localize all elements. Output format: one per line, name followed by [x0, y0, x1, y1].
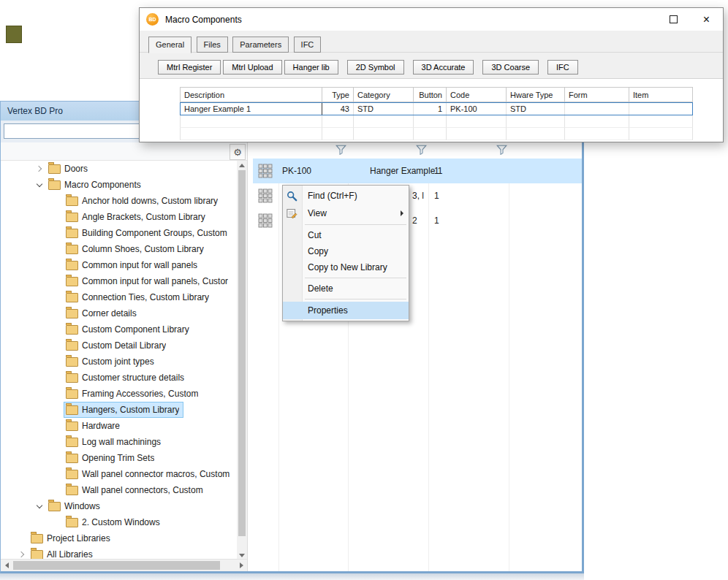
menu-item-label: Properties — [308, 305, 348, 316]
dialog-tab-strip: General Files Parameters IFC — [140, 31, 723, 53]
dialog-grid-area: Description Type Category Button Code Hw… — [140, 78, 723, 142]
chevron-down-icon[interactable] — [33, 178, 46, 191]
scrollbar-thumb[interactable] — [13, 561, 220, 570]
tree-item-common-input-wall-panels-custom[interactable]: Common input for wall panels, Custor — [1, 273, 237, 289]
tree-item-2-custom-windows[interactable]: 2. Custom Windows — [1, 514, 237, 530]
mtrl-upload-button[interactable]: Mtrl Upload — [223, 60, 281, 75]
folder-icon — [48, 180, 61, 190]
folder-icon — [66, 196, 78, 206]
menu-item-properties[interactable]: Properties — [283, 302, 409, 319]
tree-item-corner-details[interactable]: Corner details — [1, 305, 237, 321]
folder-icon — [66, 277, 78, 286]
tree-item-hardware[interactable]: Hardware — [1, 418, 237, 434]
scroll-right-arrow[interactable] — [235, 560, 247, 571]
3d-coarse-button[interactable]: 3D Coarse — [482, 60, 539, 75]
tree-item-wall-panel-connector-macros[interactable]: Wall panel connector macros, Custom — [1, 466, 237, 482]
tree-item-angle-brackets[interactable]: Angle Brackets, Custom Library — [1, 209, 237, 225]
hanger-lib-button[interactable]: Hanger lib — [284, 60, 338, 75]
maximize-button[interactable] — [657, 8, 690, 31]
tree-item-customer-structure-details[interactable]: Customer structure details — [1, 370, 237, 386]
tree-item-custom-component-library[interactable]: Custom Component Library — [1, 321, 237, 337]
column-header-code[interactable]: Code — [447, 87, 507, 102]
tree-vertical-scrollbar[interactable] — [237, 161, 247, 560]
cell-form — [565, 102, 629, 115]
list-cell-qty: 1 — [434, 208, 439, 233]
column-header-button[interactable]: Button — [414, 87, 447, 102]
tree-item-macro-components[interactable]: Macro Components — [1, 177, 237, 193]
scroll-left-arrow[interactable] — [1, 560, 12, 571]
chevron-right-icon[interactable] — [33, 162, 46, 175]
dialog-title-bar[interactable]: BD Macro Components × — [140, 8, 723, 31]
tab-files[interactable]: Files — [197, 37, 228, 53]
scroll-up-arrow[interactable] — [237, 161, 247, 169]
tree-item-label: Connection Ties, Custom Library — [82, 292, 209, 302]
filter-icon[interactable] — [416, 145, 427, 155]
menu-item-copy-to-new-library[interactable]: Copy to New Library — [283, 259, 409, 275]
list-row-pk-100[interactable]: PK-100 Hanger Example 1 1 — [253, 159, 582, 183]
description-edit-cell[interactable]: Hanger Example 1 — [180, 102, 322, 115]
table-row-empty[interactable] — [180, 128, 693, 140]
column-header-form[interactable]: Form — [565, 87, 629, 102]
dialog-title: Macro Components — [165, 15, 242, 25]
menu-item-cut[interactable]: Cut — [283, 227, 409, 243]
tree-item-custom-joint-types[interactable]: Custom joint types — [1, 354, 237, 370]
folder-icon — [48, 164, 61, 174]
table-row[interactable]: Hanger Example 1 43 STD 1 PK-100 STD — [180, 102, 693, 115]
vertex-bd-pro-window: Vertex BD Pro ⚙ Doors Macro Components A… — [0, 101, 584, 573]
tree-item-building-component-groups[interactable]: Building Component Groups, Custom — [1, 225, 237, 241]
column-header-description[interactable]: Description — [180, 87, 322, 102]
tree-item-connection-ties[interactable]: Connection Ties, Custom Library — [1, 289, 237, 305]
3d-accurate-button[interactable]: 3D Accurate — [413, 60, 474, 75]
filter-icon[interactable] — [496, 145, 507, 155]
tree-item-common-input-wall-panels[interactable]: Common input for wall panels — [1, 257, 237, 273]
tab-ifc[interactable]: IFC — [294, 37, 322, 53]
menu-item-delete[interactable]: Delete — [283, 281, 409, 297]
table-row-empty[interactable] — [180, 115, 693, 128]
tree-item-framing-accessories[interactable]: Framing Accessories, Custom — [1, 386, 237, 402]
scrollbar-thumb[interactable] — [238, 170, 246, 536]
column-header-item[interactable]: Item — [629, 87, 693, 102]
tree-item-label: Windows — [64, 501, 100, 511]
tab-general[interactable]: General — [148, 37, 192, 53]
folder-icon — [66, 405, 78, 415]
menu-separator — [305, 278, 406, 278]
chevron-down-icon[interactable] — [33, 500, 46, 513]
tree-item-label: Custom Component Library — [82, 324, 189, 335]
tree-item-all-libraries[interactable]: All Libraries — [1, 546, 237, 560]
tree-item-label: Opening Trim Sets — [82, 453, 154, 463]
2d-symbol-button[interactable]: 2D Symbol — [347, 60, 404, 75]
ifc-button[interactable]: IFC — [547, 60, 578, 75]
folder-icon — [48, 502, 61, 511]
tree-item-wall-panel-connectors[interactable]: Wall panel connectors, Custom — [1, 482, 237, 498]
vertex-bd-logo-icon: BD — [146, 13, 159, 26]
tree-item-anchor-hold-downs[interactable]: Anchor hold downs, Custom library — [1, 193, 237, 209]
menu-item-find[interactable]: Find (Ctrl+F) — [283, 187, 409, 205]
tree-item-column-shoes[interactable]: Column Shoes, Custom Library — [1, 241, 237, 257]
tab-parameters[interactable]: Parameters — [232, 37, 289, 53]
menu-item-view[interactable]: View — [283, 205, 409, 222]
context-menu: Find (Ctrl+F) View Cut Copy Copy to New … — [282, 185, 409, 321]
tree-item-project-libraries[interactable]: Project Libraries — [1, 530, 237, 546]
tree-item-label: Hardware — [82, 421, 120, 431]
column-header-hware-type[interactable]: Hware Type — [507, 87, 565, 102]
mtrl-register-button[interactable]: Mtrl Register — [158, 60, 221, 75]
submenu-arrow-icon — [401, 210, 403, 216]
menu-item-copy[interactable]: Copy — [283, 243, 409, 259]
folder-icon — [66, 325, 78, 335]
gear-icon[interactable]: ⚙ — [230, 144, 246, 160]
tree-item-custom-detail-library[interactable]: Custom Detail Library — [1, 337, 237, 354]
tree-item-label: Hangers, Custom Library — [82, 405, 179, 415]
chevron-right-icon[interactable] — [15, 548, 29, 560]
close-button[interactable]: × — [690, 8, 723, 31]
tree-item-doors[interactable]: Doors — [1, 161, 237, 177]
tree-item-hangers-custom-library[interactable]: Hangers, Custom Library — [1, 402, 237, 418]
folder-icon — [66, 213, 78, 222]
column-header-type[interactable]: Type — [322, 87, 354, 102]
filter-icon[interactable] — [335, 145, 346, 155]
tree-item-log-wall-machinings[interactable]: Log wall machinings — [1, 434, 237, 450]
tree-horizontal-scrollbar[interactable] — [1, 559, 247, 571]
tree-item-windows[interactable]: Windows — [1, 498, 237, 514]
tree-item-opening-trim-sets[interactable]: Opening Trim Sets — [1, 450, 237, 466]
cell-hware-type: STD — [507, 102, 565, 115]
column-header-category[interactable]: Category — [354, 87, 414, 102]
